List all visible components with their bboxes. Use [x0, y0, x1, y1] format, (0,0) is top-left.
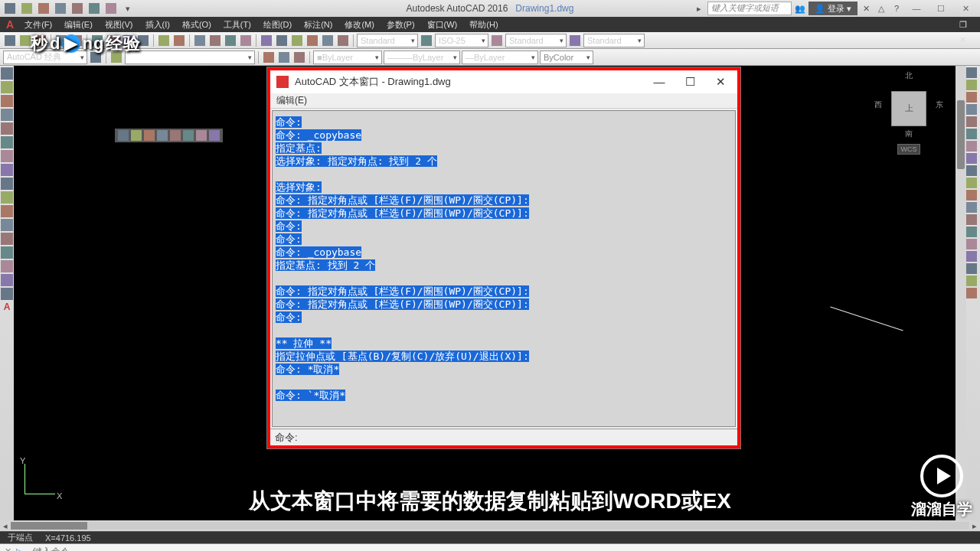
textwin-line[interactable]: 选择对象:: [276, 181, 732, 194]
explode-icon[interactable]: [966, 251, 977, 262]
textwin-line[interactable]: ** 拉伸 **: [276, 337, 732, 350]
maximize-button[interactable]: ☐: [929, 2, 952, 15]
menu-dimension[interactable]: 标注(N): [298, 17, 338, 32]
ft-icon[interactable]: [183, 130, 194, 141]
textwin-line[interactable]: 命令:: [276, 220, 732, 233]
boundary-icon[interactable]: [1, 260, 13, 272]
textwin-line[interactable]: 命令: _copybase: [276, 129, 732, 142]
doc-restore-button[interactable]: ❐: [953, 17, 974, 32]
spline-icon[interactable]: [1, 164, 13, 176]
textwin-line[interactable]: 命令: 指定对角点或 [栏选(F)/圈围(WP)/圈交(CP)]:: [276, 207, 732, 220]
wipeout-icon[interactable]: [1, 274, 13, 286]
cmd-close-icon[interactable]: ✕: [5, 546, 11, 551]
autocad-logo-icon[interactable]: A: [6, 18, 18, 31]
region-icon[interactable]: [1, 219, 13, 231]
color-combo[interactable]: ■ ByLayer: [313, 51, 382, 64]
textwin-maximize-button[interactable]: ☐: [679, 75, 701, 89]
exchange-icon[interactable]: ✕: [859, 2, 873, 15]
fillet-icon[interactable]: [966, 239, 977, 249]
join-icon[interactable]: [966, 214, 977, 225]
textwin-line[interactable]: 命令: 指定对角点或 [栏选(F)/圈围(WP)/圈交(CP)]:: [276, 285, 732, 298]
menu-view[interactable]: 视图(V): [99, 17, 139, 32]
align-icon[interactable]: [966, 263, 977, 274]
ft-icon[interactable]: [170, 130, 181, 141]
viewcube-south[interactable]: 南: [874, 129, 943, 139]
chamfer-icon[interactable]: [966, 227, 977, 237]
command-input[interactable]: [31, 546, 975, 552]
plotstyle-combo[interactable]: ByColor: [540, 51, 593, 64]
menu-edit[interactable]: 编辑(E): [58, 17, 99, 32]
layer-combo[interactable]: [125, 51, 255, 64]
textwin-line[interactable]: [276, 324, 732, 337]
save-icon[interactable]: [54, 2, 67, 15]
text-window-titlebar[interactable]: AutoCAD 文本窗口 - Drawing1.dwg — ☐ ✕: [270, 70, 737, 93]
textwin-menu-edit[interactable]: 编辑(E): [270, 93, 737, 109]
login-button[interactable]: 👤 登录 ▾: [808, 2, 858, 15]
textwin-line[interactable]: [276, 272, 732, 285]
minimize-button[interactable]: —: [905, 2, 928, 15]
scroll-left-icon[interactable]: ◂: [0, 521, 11, 531]
hatch-icon[interactable]: [1, 150, 13, 162]
textwin-line[interactable]: [276, 168, 732, 181]
menu-file[interactable]: 文件(F): [18, 17, 58, 32]
infocenter-search[interactable]: 键入关键字或短语: [707, 2, 792, 15]
dim-style-combo[interactable]: ISO-25: [435, 34, 488, 47]
viewcube-east[interactable]: 东: [936, 99, 943, 110]
tb-table-icon[interactable]: [568, 34, 582, 47]
pedit-icon[interactable]: [966, 288, 977, 298]
scroll-thumb[interactable]: [957, 100, 965, 169]
array-icon[interactable]: [966, 116, 977, 127]
tb-redo-icon[interactable]: [172, 34, 186, 47]
menu-draw[interactable]: 绘图(D): [257, 17, 298, 32]
textwin-line[interactable]: 命令: `*取消*: [276, 389, 732, 402]
tb-dim-icon[interactable]: [420, 34, 433, 47]
textwin-line[interactable]: 指定拉伸点或 [基点(B)/复制(C)/放弃(U)/退出(X)]:: [276, 350, 732, 363]
textwin-line[interactable]: 命令:: [276, 311, 732, 324]
drawing-canvas[interactable]: 北 西 东 南 WCS X Y AutoCAD 文本窗口 - Drawing1.…: [14, 66, 966, 520]
table-style-combo[interactable]: Standard: [583, 34, 645, 47]
lengthen-icon[interactable]: [966, 276, 977, 286]
linetype-combo[interactable]: ——— ByLayer: [384, 51, 460, 64]
tb-layeriso-icon[interactable]: [262, 51, 276, 64]
ellipse-icon[interactable]: [1, 136, 13, 148]
tb-layerfrz-icon[interactable]: [292, 51, 306, 64]
menu-insert[interactable]: 插入(I): [139, 17, 176, 32]
textwin-line[interactable]: 指定基点: 找到 2 个: [276, 259, 732, 272]
redo-icon[interactable]: [87, 2, 101, 15]
tb-tp-icon[interactable]: [290, 34, 304, 47]
scroll-track[interactable]: [11, 522, 969, 530]
textwin-line[interactable]: 指定基点:: [276, 142, 732, 155]
new-icon[interactable]: [20, 2, 34, 15]
ft-icon[interactable]: [157, 130, 168, 141]
qat-dropdown-icon[interactable]: ▾: [121, 2, 135, 15]
menu-parametric[interactable]: 参数(P): [381, 17, 421, 32]
annotation-style-combo[interactable]: Standard: [357, 34, 418, 47]
stretch-icon[interactable]: [966, 165, 977, 176]
menu-help[interactable]: 帮助(H): [463, 17, 504, 32]
ft-icon[interactable]: [144, 130, 155, 141]
textwin-close-button[interactable]: ✕: [710, 75, 731, 89]
textwin-prompt[interactable]: 命令:: [270, 429, 737, 445]
print-icon[interactable]: [104, 2, 118, 15]
tb-zoomprev-icon[interactable]: [239, 34, 253, 47]
offset-icon[interactable]: [966, 104, 977, 115]
ft-icon[interactable]: [131, 130, 142, 141]
break-icon[interactable]: [966, 202, 977, 213]
move-icon[interactable]: [966, 129, 977, 139]
viewcube[interactable]: [892, 92, 926, 126]
viewcube-north[interactable]: 北: [874, 70, 943, 81]
line-icon[interactable]: [1, 67, 13, 80]
menu-format[interactable]: 格式(O): [176, 17, 217, 32]
close-button[interactable]: ✕: [954, 2, 977, 15]
doc-close-button[interactable]: ✕: [953, 32, 974, 47]
arc-icon[interactable]: [1, 109, 13, 121]
trim-icon[interactable]: [966, 178, 977, 188]
menu-tools[interactable]: 工具(T): [217, 17, 257, 32]
textwin-line[interactable]: 命令:: [276, 116, 732, 129]
circle-icon[interactable]: [1, 95, 13, 107]
wcs-badge[interactable]: WCS: [897, 144, 920, 155]
tb-new-icon[interactable]: [3, 34, 17, 47]
menu-window[interactable]: 窗口(W): [421, 17, 464, 32]
search-icon[interactable]: 👥: [793, 2, 807, 15]
textwin-line[interactable]: 命令: _copybase: [276, 246, 732, 259]
